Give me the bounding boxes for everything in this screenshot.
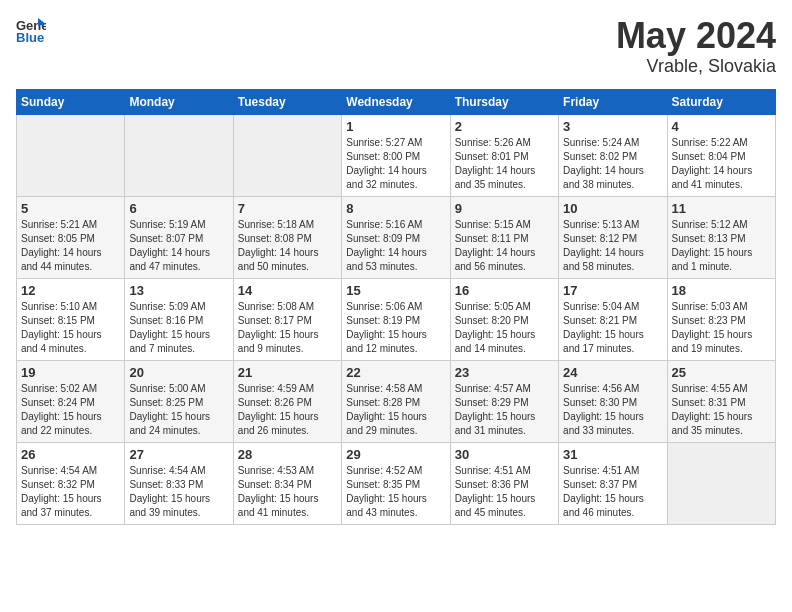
calendar-header-row: Sunday Monday Tuesday Wednesday Thursday… [17,89,776,114]
day-number: 29 [346,447,445,462]
day-number: 8 [346,201,445,216]
day-number: 26 [21,447,120,462]
table-row [125,114,233,196]
day-info: Sunrise: 5:18 AM Sunset: 8:08 PM Dayligh… [238,218,337,274]
day-number: 30 [455,447,554,462]
table-row: 21Sunrise: 4:59 AM Sunset: 8:26 PM Dayli… [233,360,341,442]
col-friday: Friday [559,89,667,114]
table-row: 18Sunrise: 5:03 AM Sunset: 8:23 PM Dayli… [667,278,775,360]
table-row: 31Sunrise: 4:51 AM Sunset: 8:37 PM Dayli… [559,442,667,524]
day-number: 1 [346,119,445,134]
svg-text:Blue: Blue [16,30,44,45]
calendar-week-row: 26Sunrise: 4:54 AM Sunset: 8:32 PM Dayli… [17,442,776,524]
table-row: 20Sunrise: 5:00 AM Sunset: 8:25 PM Dayli… [125,360,233,442]
table-row: 30Sunrise: 4:51 AM Sunset: 8:36 PM Dayli… [450,442,558,524]
day-info: Sunrise: 5:03 AM Sunset: 8:23 PM Dayligh… [672,300,771,356]
col-thursday: Thursday [450,89,558,114]
table-row: 29Sunrise: 4:52 AM Sunset: 8:35 PM Dayli… [342,442,450,524]
table-row: 7Sunrise: 5:18 AM Sunset: 8:08 PM Daylig… [233,196,341,278]
table-row: 16Sunrise: 5:05 AM Sunset: 8:20 PM Dayli… [450,278,558,360]
day-number: 6 [129,201,228,216]
day-number: 31 [563,447,662,462]
table-row: 23Sunrise: 4:57 AM Sunset: 8:29 PM Dayli… [450,360,558,442]
day-number: 27 [129,447,228,462]
title-block: May 2024 Vrable, Slovakia [616,16,776,77]
day-number: 13 [129,283,228,298]
table-row: 5Sunrise: 5:21 AM Sunset: 8:05 PM Daylig… [17,196,125,278]
table-row: 8Sunrise: 5:16 AM Sunset: 8:09 PM Daylig… [342,196,450,278]
table-row: 24Sunrise: 4:56 AM Sunset: 8:30 PM Dayli… [559,360,667,442]
day-number: 25 [672,365,771,380]
day-info: Sunrise: 5:10 AM Sunset: 8:15 PM Dayligh… [21,300,120,356]
table-row: 12Sunrise: 5:10 AM Sunset: 8:15 PM Dayli… [17,278,125,360]
day-number: 2 [455,119,554,134]
day-number: 10 [563,201,662,216]
col-tuesday: Tuesday [233,89,341,114]
day-info: Sunrise: 4:59 AM Sunset: 8:26 PM Dayligh… [238,382,337,438]
calendar-title: May 2024 [616,16,776,56]
day-info: Sunrise: 4:56 AM Sunset: 8:30 PM Dayligh… [563,382,662,438]
table-row: 15Sunrise: 5:06 AM Sunset: 8:19 PM Dayli… [342,278,450,360]
col-saturday: Saturday [667,89,775,114]
calendar-table: Sunday Monday Tuesday Wednesday Thursday… [16,89,776,525]
table-row: 10Sunrise: 5:13 AM Sunset: 8:12 PM Dayli… [559,196,667,278]
day-info: Sunrise: 5:09 AM Sunset: 8:16 PM Dayligh… [129,300,228,356]
day-info: Sunrise: 5:08 AM Sunset: 8:17 PM Dayligh… [238,300,337,356]
day-number: 3 [563,119,662,134]
day-info: Sunrise: 4:54 AM Sunset: 8:32 PM Dayligh… [21,464,120,520]
day-info: Sunrise: 5:06 AM Sunset: 8:19 PM Dayligh… [346,300,445,356]
day-number: 17 [563,283,662,298]
table-row: 14Sunrise: 5:08 AM Sunset: 8:17 PM Dayli… [233,278,341,360]
day-info: Sunrise: 5:04 AM Sunset: 8:21 PM Dayligh… [563,300,662,356]
day-info: Sunrise: 4:57 AM Sunset: 8:29 PM Dayligh… [455,382,554,438]
day-info: Sunrise: 5:13 AM Sunset: 8:12 PM Dayligh… [563,218,662,274]
day-number: 12 [21,283,120,298]
day-info: Sunrise: 4:54 AM Sunset: 8:33 PM Dayligh… [129,464,228,520]
day-number: 9 [455,201,554,216]
calendar-week-row: 5Sunrise: 5:21 AM Sunset: 8:05 PM Daylig… [17,196,776,278]
col-wednesday: Wednesday [342,89,450,114]
day-info: Sunrise: 5:21 AM Sunset: 8:05 PM Dayligh… [21,218,120,274]
table-row [667,442,775,524]
logo: General Blue [16,16,46,46]
day-info: Sunrise: 5:05 AM Sunset: 8:20 PM Dayligh… [455,300,554,356]
col-monday: Monday [125,89,233,114]
day-info: Sunrise: 5:26 AM Sunset: 8:01 PM Dayligh… [455,136,554,192]
day-number: 11 [672,201,771,216]
day-number: 21 [238,365,337,380]
day-number: 20 [129,365,228,380]
day-info: Sunrise: 4:53 AM Sunset: 8:34 PM Dayligh… [238,464,337,520]
day-info: Sunrise: 5:24 AM Sunset: 8:02 PM Dayligh… [563,136,662,192]
day-info: Sunrise: 4:51 AM Sunset: 8:36 PM Dayligh… [455,464,554,520]
table-row: 22Sunrise: 4:58 AM Sunset: 8:28 PM Dayli… [342,360,450,442]
table-row: 3Sunrise: 5:24 AM Sunset: 8:02 PM Daylig… [559,114,667,196]
calendar-week-row: 19Sunrise: 5:02 AM Sunset: 8:24 PM Dayli… [17,360,776,442]
table-row: 4Sunrise: 5:22 AM Sunset: 8:04 PM Daylig… [667,114,775,196]
day-number: 28 [238,447,337,462]
calendar-week-row: 12Sunrise: 5:10 AM Sunset: 8:15 PM Dayli… [17,278,776,360]
day-number: 24 [563,365,662,380]
day-info: Sunrise: 5:02 AM Sunset: 8:24 PM Dayligh… [21,382,120,438]
day-info: Sunrise: 5:27 AM Sunset: 8:00 PM Dayligh… [346,136,445,192]
day-info: Sunrise: 5:16 AM Sunset: 8:09 PM Dayligh… [346,218,445,274]
day-info: Sunrise: 5:12 AM Sunset: 8:13 PM Dayligh… [672,218,771,274]
table-row: 19Sunrise: 5:02 AM Sunset: 8:24 PM Dayli… [17,360,125,442]
day-number: 7 [238,201,337,216]
table-row: 27Sunrise: 4:54 AM Sunset: 8:33 PM Dayli… [125,442,233,524]
day-info: Sunrise: 4:51 AM Sunset: 8:37 PM Dayligh… [563,464,662,520]
table-row: 17Sunrise: 5:04 AM Sunset: 8:21 PM Dayli… [559,278,667,360]
day-number: 4 [672,119,771,134]
table-row: 6Sunrise: 5:19 AM Sunset: 8:07 PM Daylig… [125,196,233,278]
table-row: 26Sunrise: 4:54 AM Sunset: 8:32 PM Dayli… [17,442,125,524]
table-row: 2Sunrise: 5:26 AM Sunset: 8:01 PM Daylig… [450,114,558,196]
day-info: Sunrise: 4:52 AM Sunset: 8:35 PM Dayligh… [346,464,445,520]
day-number: 23 [455,365,554,380]
day-info: Sunrise: 4:55 AM Sunset: 8:31 PM Dayligh… [672,382,771,438]
day-info: Sunrise: 5:00 AM Sunset: 8:25 PM Dayligh… [129,382,228,438]
table-row: 11Sunrise: 5:12 AM Sunset: 8:13 PM Dayli… [667,196,775,278]
day-number: 16 [455,283,554,298]
table-row: 13Sunrise: 5:09 AM Sunset: 8:16 PM Dayli… [125,278,233,360]
logo-icon: General Blue [16,16,46,46]
day-number: 15 [346,283,445,298]
day-number: 14 [238,283,337,298]
